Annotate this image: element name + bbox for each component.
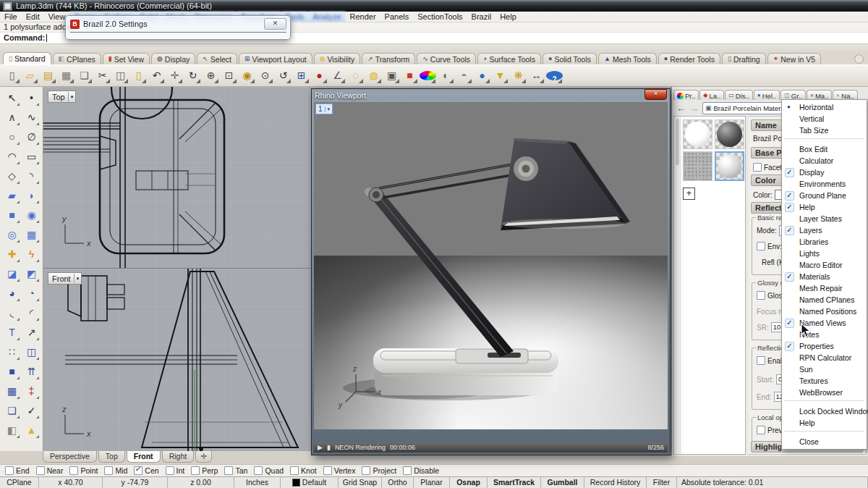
checkbox[interactable]: ✓: [290, 466, 299, 475]
tool-button-pyramid[interactable]: ▲: [22, 421, 41, 440]
panel-tab-dis[interactable]: ▭ Dis..: [725, 90, 753, 100]
menu-item-layer-states[interactable]: Layer States: [782, 213, 867, 224]
toolbar-button-rendered-viewport[interactable]: ●: [474, 67, 490, 84]
scrollbar[interactable]: [675, 117, 681, 453]
menu-item-macro-editor[interactable]: Macro Editor: [782, 259, 867, 271]
toolbar-tab-render-tools[interactable]: ● Render Tools: [658, 53, 720, 64]
toolbar-tab-transform[interactable]: ↗ Transform: [362, 53, 415, 64]
toolbar-button-lock[interactable]: ▣: [383, 67, 400, 84]
tab-overflow-button[interactable]: [854, 54, 864, 64]
tool-button-polygon[interactable]: ◇: [2, 167, 22, 186]
checkbox[interactable]: ✓: [323, 466, 332, 475]
tool-button-rectangle[interactable]: ▭: [22, 147, 41, 167]
material-swatch-white-material[interactable]: [683, 119, 712, 149]
toolbar-tab-select[interactable]: ↖ Select: [197, 53, 237, 64]
add-material-button[interactable]: +: [683, 188, 695, 200]
toolbar-tab-set-view[interactable]: ▮ Set View: [103, 53, 150, 64]
tool-button-plugins-puzzle[interactable]: ✚: [2, 245, 22, 264]
toolbar-tab-surface-tools[interactable]: ◗ Surface Tools: [477, 53, 541, 64]
checkbox[interactable]: ✓: [224, 466, 233, 475]
toolbar-tab-curve-tools[interactable]: ∿ Curve Tools: [417, 53, 476, 64]
checkbox[interactable]: ✓: [36, 466, 45, 475]
panel-tab-hel[interactable]: ● Hel..: [754, 90, 780, 100]
menu-item-named-views[interactable]: ✓ Named Views: [782, 317, 867, 329]
viewport-title-top[interactable]: Top ▾: [48, 91, 76, 103]
title-bar[interactable]: Lamp.3dm (744 KB) - Rhinoceros (Commerci…: [0, 0, 868, 12]
menu-item[interactable]: [782, 400, 867, 405]
toolbar-tab-display[interactable]: ◍ Display: [151, 53, 195, 64]
checkbox[interactable]: ✓: [757, 356, 765, 365]
menu-panels[interactable]: Panels: [380, 12, 414, 22]
toolbar-button-cone[interactable]: ▼: [492, 67, 509, 84]
status-cell-ortho[interactable]: Ortho: [382, 477, 414, 488]
status-cell-cplane[interactable]: CPlane: [0, 477, 39, 488]
toolbar-tab-standard[interactable]: ▯ Standard: [3, 52, 51, 64]
menu-item-sun[interactable]: Sun: [782, 363, 867, 375]
tool-button-surface-patch[interactable]: ▦: [22, 225, 41, 245]
tool-button-check-objects[interactable]: ✓: [22, 401, 41, 421]
toolbar-tab-new-in-v5[interactable]: ✦ New in V5: [767, 53, 821, 64]
pause-icon[interactable]: ▮: [327, 444, 331, 451]
render-canvas[interactable]: z x y 1 ▾: [314, 102, 668, 429]
tool-button-dimension[interactable]: ‡: [22, 382, 41, 401]
checkbox[interactable]: ✓: [166, 466, 174, 475]
menu-item-calculator[interactable]: Calculator: [782, 155, 867, 167]
menu-item[interactable]: [782, 138, 867, 143]
toolbar-button-object-snap-node[interactable]: ◌: [347, 67, 364, 84]
toolbar-button-zoom-selected[interactable]: ◉: [239, 67, 255, 84]
toolbar-button-print[interactable]: ▦: [58, 67, 75, 84]
toolbar-button-rotate-view[interactable]: ↻: [184, 67, 201, 84]
osnap-toggle-cen[interactable]: ✓ Cen: [134, 466, 158, 475]
tool-button-flash-render[interactable]: ϟ: [22, 245, 41, 264]
menu-item-notes[interactable]: Notes: [782, 329, 867, 340]
toolbar-button-pan-view[interactable]: ✛: [166, 67, 183, 84]
material-swatch-noise-material[interactable]: [683, 151, 712, 181]
status-cell-x-40-70[interactable]: x 40.70: [39, 477, 103, 488]
status-cell-absolute-tolerance-0-01[interactable]: Absolute tolerance: 0.01: [677, 477, 868, 488]
menu-item-display[interactable]: ✓ Display: [782, 167, 867, 178]
osnap-toggle-quad[interactable]: ✓ Quad: [254, 466, 284, 475]
status-cell-smarttrack[interactable]: SmartTrack: [488, 477, 541, 488]
menu-item-properties[interactable]: ✓ Properties: [782, 340, 867, 352]
menu-item-tab-size[interactable]: Tab Size: [782, 125, 867, 136]
menu-item-close[interactable]: Close: [782, 436, 867, 447]
checkbox[interactable]: ✓: [191, 466, 200, 475]
status-cell-record-history[interactable]: Record History: [584, 477, 647, 488]
viewport-number-dropdown[interactable]: 1 ▾: [315, 104, 333, 114]
menu-brazil[interactable]: Brazil: [467, 12, 496, 22]
osnap-toggle-int[interactable]: ✓ Int: [166, 466, 185, 475]
panel-tab-gr[interactable]: ◫ Gr..: [780, 90, 806, 100]
toolbar-button-new-file[interactable]: ▯: [4, 67, 20, 84]
osnap-toggle-disable[interactable]: ✓ Disable: [403, 466, 439, 475]
viewport-tab-top[interactable]: Top: [98, 451, 125, 463]
toolbar-button-cut[interactable]: ✂: [94, 67, 111, 84]
tool-button-text-object[interactable]: T: [2, 323, 22, 342]
menu-item-libraries[interactable]: Libraries: [782, 236, 867, 248]
menu-item-rpn-calculator[interactable]: RPN Calculator: [782, 352, 867, 363]
tool-button-copy-array[interactable]: ∷: [2, 342, 22, 362]
toolbar-tab-drafting[interactable]: ▯ Drafting: [722, 53, 766, 64]
checkbox[interactable]: ✓: [757, 242, 765, 251]
viewport-title-front[interactable]: Front ▾: [48, 272, 82, 285]
panel-tab-pr[interactable]: Pr..: [673, 90, 699, 100]
menu-file[interactable]: File: [0, 12, 22, 22]
tool-button-arc[interactable]: ◠: [2, 147, 22, 167]
tool-button-move[interactable]: ↗: [22, 323, 41, 342]
scrollbar-thumb[interactable]: [676, 119, 679, 165]
panel-tab-ma[interactable]: ● Ma..: [807, 90, 832, 100]
tool-button-explode[interactable]: ◫: [22, 342, 41, 362]
toolbar-button-viewport-layout[interactable]: ⊞: [293, 67, 310, 84]
tool-button-boolean-difference[interactable]: ◔: [22, 284, 41, 303]
tool-button-adjust-blend[interactable]: ◜: [22, 303, 41, 323]
toolbar-tab-viewport-layout[interactable]: ⊞ Viewport Layout: [239, 53, 312, 64]
menu-item[interactable]: [782, 431, 867, 436]
tool-button-select-arrow[interactable]: ↖: [2, 88, 22, 108]
toolbar-button-undo-view-change[interactable]: ↺: [275, 67, 292, 84]
checkbox[interactable]: ✓: [753, 163, 762, 172]
toolbar-button-scale-1d[interactable]: ↔: [528, 67, 545, 84]
menu-item-environments[interactable]: Environments: [782, 178, 867, 190]
menu-item-materials[interactable]: ✓ Materials: [782, 271, 867, 282]
tool-button-ellipse[interactable]: ∅: [22, 127, 41, 147]
osnap-toggle-vertex[interactable]: ✓ Vertex: [323, 466, 356, 475]
checkbox[interactable]: ✓: [403, 466, 412, 475]
